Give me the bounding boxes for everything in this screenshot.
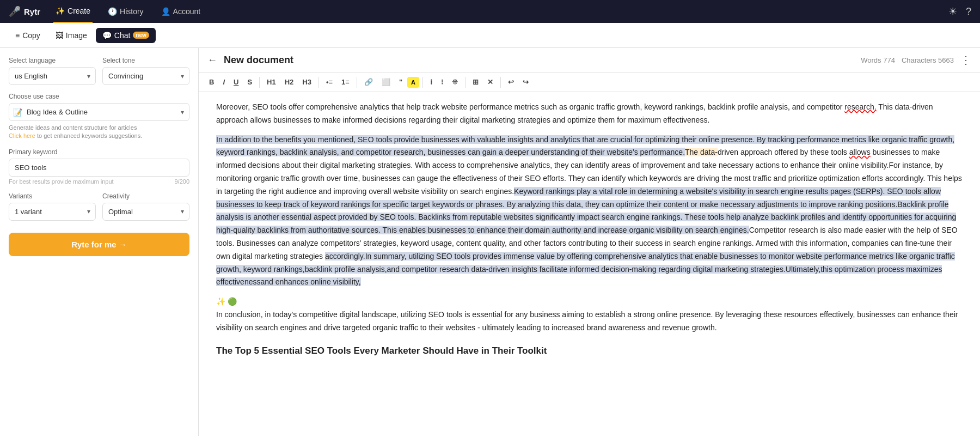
tone-group: Select tone Convincing Casual Formal Hum… — [102, 57, 189, 85]
spellcheck-word-2: allows — [849, 148, 871, 156]
ai-icons: ✨🟢 — [216, 295, 960, 308]
tab-copy-label: Copy — [22, 31, 40, 40]
paragraph-3-conclusion: ✨🟢In conclusion, in today's competitive … — [216, 295, 963, 334]
use-case-link-desc: to get enhanced keywords suggestions. — [37, 132, 142, 139]
tab-copy[interactable]: ≡ Copy — [9, 28, 47, 43]
strikethrough-button[interactable]: S — [243, 76, 256, 88]
align-left-button[interactable]: ⁞ — [426, 76, 436, 88]
image-icon: 🖼 — [56, 31, 63, 40]
image-button[interactable]: ⬜ — [378, 76, 394, 88]
underline-button[interactable]: U — [230, 76, 242, 88]
account-icon: 👤 — [161, 7, 170, 16]
h3-button[interactable]: H3 — [298, 76, 315, 88]
theme-icon[interactable]: ☀ — [948, 5, 957, 17]
nav-account-label: Account — [173, 7, 201, 16]
word-count: Words 774 — [861, 56, 895, 64]
use-case-group: Choose use case Blog Idea & Outline Blog… — [9, 93, 189, 141]
align-center-button[interactable]: ⁝ — [437, 76, 447, 88]
paragraph-1: Moreover, SEO tools offer comprehensive … — [216, 101, 963, 127]
top-navigation: 🎤 Rytr ✨ Create 🕐 History 👤 Account ☀ ? — [0, 0, 980, 23]
logo-icon: 🎤 — [9, 5, 21, 17]
highlighted-text-3: Keyword rankings play a vital role in de… — [216, 187, 941, 209]
ryte-me-button[interactable]: Ryte for me → — [9, 233, 189, 256]
bullet-list-button[interactable]: •≡ — [322, 76, 336, 88]
h1-button[interactable]: H1 — [263, 76, 280, 88]
creativity-label: Creativity — [102, 192, 189, 200]
nav-create-label: Create — [68, 7, 90, 15]
topbar-right: Words 774 Characters 5663 ⋮ — [861, 53, 971, 66]
tone-select-wrapper: Convincing Casual Formal Humorous — [102, 67, 189, 85]
ryte-btn-label: Ryte for me → — [71, 240, 127, 249]
history-icon: 🕐 — [108, 7, 117, 16]
chat-icon: 💬 — [102, 31, 112, 40]
ai-bot-icon: 🟢 — [228, 295, 237, 308]
tone-select[interactable]: Convincing Casual Formal Humorous — [102, 67, 189, 85]
tab-image-label: Image — [66, 31, 87, 40]
highlight-button[interactable]: A — [407, 77, 419, 88]
logo-text: Rytr — [24, 7, 40, 16]
use-case-select-wrapper: Blog Idea & Outline Blog Section Writing… — [9, 103, 189, 121]
tab-chat-label: Chat — [114, 31, 131, 40]
undo-button[interactable]: ↩ — [504, 76, 518, 88]
tab-image[interactable]: 🖼 Image — [49, 28, 94, 43]
toolbar-separator-2 — [318, 77, 319, 88]
language-group: Select language us English uk English Sp… — [9, 57, 96, 85]
copy-icon: ≡ — [15, 31, 20, 40]
keyword-group: Primary keyword For best results provide… — [9, 148, 189, 185]
quote-button[interactable]: " — [395, 76, 406, 88]
variants-label: Variants — [9, 192, 96, 200]
creativity-group: Creativity Optimal Low Medium High Max — [102, 192, 189, 221]
editor-content[interactable]: Moreover, SEO tools offer comprehensive … — [199, 92, 980, 436]
variants-select-wrapper: 1 variant 2 variants 3 variants — [9, 203, 96, 221]
nav-create[interactable]: ✨ Create — [53, 0, 93, 23]
italic-button[interactable]: I — [219, 76, 229, 88]
variants-select[interactable]: 1 variant 2 variants 3 variants — [9, 203, 96, 221]
paragraph-2-highlighted: In addition to the benefits you mentione… — [216, 134, 963, 289]
editor-toolbar: B I U S H1 H2 H3 •≡ 1≡ 🔗 ⬜ " A ⁞ ⁝ ⁜ ⊞ ✕… — [199, 72, 980, 92]
tone-label: Select tone — [102, 57, 189, 64]
help-icon[interactable]: ? — [966, 6, 971, 17]
redo-button[interactable]: ↪ — [519, 76, 532, 88]
keyword-label: Primary keyword — [9, 148, 189, 156]
toolbar-separator-4 — [422, 77, 423, 88]
chat-badge: new — [133, 32, 149, 39]
sparkle-icon: ✨ — [216, 295, 225, 308]
tab-bar: ≡ Copy 🖼 Image 💬 Chat new — [0, 23, 980, 48]
nav-history[interactable]: 🕐 History — [106, 0, 146, 23]
highlighted-text-1: In addition to the benefits you mentione… — [216, 135, 954, 157]
numbered-list-button[interactable]: 1≡ — [338, 76, 353, 88]
clear-format-button[interactable]: ✕ — [483, 76, 497, 88]
spellcheck-word: research. — [844, 102, 876, 111]
table-button[interactable]: ⊞ — [469, 76, 482, 88]
variants-creativity-row: Variants 1 variant 2 variants 3 variants… — [9, 192, 189, 228]
toolbar-separator-3 — [357, 77, 357, 88]
logo[interactable]: 🎤 Rytr — [9, 5, 40, 17]
language-select[interactable]: us English uk English Spanish French Ger… — [9, 67, 96, 85]
creativity-select[interactable]: Optimal Low Medium High Max — [102, 203, 189, 221]
language-select-wrapper: us English uk English Spanish French Ger… — [9, 67, 96, 85]
back-button[interactable]: ← — [207, 55, 217, 66]
main-layout: Select language us English uk English Sp… — [0, 48, 980, 436]
char-count: 9/200 — [174, 178, 189, 185]
bold-button[interactable]: B — [205, 76, 218, 88]
tab-chat[interactable]: 💬 Chat new — [96, 28, 156, 43]
language-tone-row: Select language us English uk English Sp… — [9, 57, 189, 93]
keyword-input[interactable] — [9, 159, 189, 177]
editor-area: ← New document Words 774 Characters 5663… — [199, 48, 980, 436]
toolbar-separator-1 — [259, 77, 260, 88]
nav-account[interactable]: 👤 Account — [159, 0, 203, 23]
toolbar-separator-6 — [500, 77, 501, 88]
more-options-icon[interactable]: ⋮ — [960, 53, 971, 66]
variants-group: Variants 1 variant 2 variants 3 variants — [9, 192, 96, 221]
left-sidebar: Select language us English uk English Sp… — [0, 48, 199, 436]
link-button[interactable]: 🔗 — [360, 76, 377, 88]
enhanced-keywords-link[interactable]: Click here — [9, 132, 35, 139]
hint-text: For best results provide maximum input — [9, 178, 114, 185]
align-right-button[interactable]: ⁜ — [448, 76, 462, 88]
highlighted-text-2: The data- — [685, 148, 718, 156]
use-case-select[interactable]: Blog Idea & Outline Blog Section Writing… — [9, 103, 189, 121]
input-hint: For best results provide maximum input 9… — [9, 178, 189, 185]
h2-button[interactable]: H2 — [281, 76, 298, 88]
char-count-display: Characters 5663 — [902, 56, 954, 64]
use-case-label: Choose use case — [9, 93, 189, 100]
